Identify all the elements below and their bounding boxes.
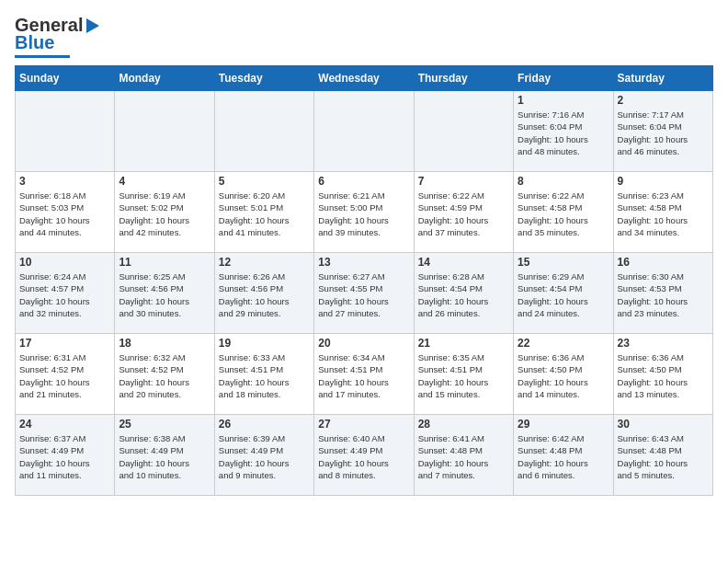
day-number: 20 [318,337,409,350]
page-header: General Blue [15,15,713,58]
day-info: Sunrise: 6:30 AM Sunset: 4:53 PM Dayligh… [618,270,709,319]
day-number: 25 [119,418,210,431]
calendar-day-cell [214,91,313,172]
day-number: 3 [19,175,110,188]
day-info: Sunrise: 6:26 AM Sunset: 4:56 PM Dayligh… [219,270,310,319]
calendar-day-cell: 7Sunrise: 6:22 AM Sunset: 4:59 PM Daylig… [414,172,513,253]
calendar-day-cell: 2Sunrise: 7:17 AM Sunset: 6:04 PM Daylig… [613,91,712,172]
calendar-day-cell: 19Sunrise: 6:33 AM Sunset: 4:51 PM Dayli… [214,334,313,415]
weekday-header-saturday: Saturday [613,66,712,91]
calendar-day-cell: 16Sunrise: 6:30 AM Sunset: 4:53 PM Dayli… [613,253,712,334]
calendar-day-cell: 28Sunrise: 6:41 AM Sunset: 4:48 PM Dayli… [414,415,513,496]
day-number: 10 [19,256,110,269]
day-info: Sunrise: 6:24 AM Sunset: 4:57 PM Dayligh… [19,270,110,319]
day-number: 18 [119,337,210,350]
calendar-day-cell: 27Sunrise: 6:40 AM Sunset: 4:49 PM Dayli… [314,415,414,496]
day-number: 30 [618,418,709,431]
calendar-day-cell: 3Sunrise: 6:18 AM Sunset: 5:03 PM Daylig… [16,172,115,253]
calendar-day-cell: 26Sunrise: 6:39 AM Sunset: 4:49 PM Dayli… [214,415,313,496]
day-info: Sunrise: 6:35 AM Sunset: 4:51 PM Dayligh… [418,351,509,400]
weekday-header-friday: Friday [514,66,613,91]
calendar-day-cell: 29Sunrise: 6:42 AM Sunset: 4:48 PM Dayli… [514,415,613,496]
day-info: Sunrise: 6:23 AM Sunset: 4:58 PM Dayligh… [618,190,709,238]
logo-arrow-icon [86,18,99,33]
day-number: 6 [318,175,409,188]
weekday-header-monday: Monday [115,66,214,91]
day-number: 22 [518,337,609,350]
day-number: 16 [618,256,709,269]
calendar-day-cell [16,91,115,172]
day-number: 26 [219,418,310,431]
calendar-week-row: 24Sunrise: 6:37 AM Sunset: 4:49 PM Dayli… [16,415,713,496]
day-number: 14 [418,256,509,269]
calendar-body: 1Sunrise: 7:16 AM Sunset: 6:04 PM Daylig… [16,91,713,496]
calendar-day-cell: 25Sunrise: 6:38 AM Sunset: 4:49 PM Dayli… [115,415,214,496]
calendar-day-cell: 15Sunrise: 6:29 AM Sunset: 4:54 PM Dayli… [514,253,613,334]
day-info: Sunrise: 6:31 AM Sunset: 4:52 PM Dayligh… [19,351,110,400]
day-info: Sunrise: 6:20 AM Sunset: 5:01 PM Dayligh… [219,190,310,238]
day-info: Sunrise: 6:25 AM Sunset: 4:56 PM Dayligh… [119,270,210,319]
logo-text-blue: Blue [15,32,54,53]
calendar-day-cell: 13Sunrise: 6:27 AM Sunset: 4:55 PM Dayli… [314,253,414,334]
day-info: Sunrise: 6:33 AM Sunset: 4:51 PM Dayligh… [219,351,310,400]
calendar-day-cell: 5Sunrise: 6:20 AM Sunset: 5:01 PM Daylig… [214,172,313,253]
day-number: 4 [119,175,210,188]
day-info: Sunrise: 6:36 AM Sunset: 4:50 PM Dayligh… [518,351,609,400]
weekday-header-sunday: Sunday [16,66,115,91]
calendar-day-cell: 1Sunrise: 7:16 AM Sunset: 6:04 PM Daylig… [514,91,613,172]
day-info: Sunrise: 7:17 AM Sunset: 6:04 PM Dayligh… [618,109,709,157]
day-info: Sunrise: 6:29 AM Sunset: 4:54 PM Dayligh… [518,270,609,319]
day-number: 5 [219,175,310,188]
calendar-day-cell: 12Sunrise: 6:26 AM Sunset: 4:56 PM Dayli… [214,253,313,334]
calendar-week-row: 10Sunrise: 6:24 AM Sunset: 4:57 PM Dayli… [16,253,713,334]
day-info: Sunrise: 6:37 AM Sunset: 4:49 PM Dayligh… [19,432,110,481]
logo-underline [15,55,70,58]
calendar-day-cell [115,91,214,172]
day-info: Sunrise: 6:34 AM Sunset: 4:51 PM Dayligh… [318,351,409,400]
day-info: Sunrise: 6:42 AM Sunset: 4:48 PM Dayligh… [518,432,609,481]
calendar-day-cell: 24Sunrise: 6:37 AM Sunset: 4:49 PM Dayli… [16,415,115,496]
day-info: Sunrise: 6:41 AM Sunset: 4:48 PM Dayligh… [418,432,509,481]
calendar-day-cell: 18Sunrise: 6:32 AM Sunset: 4:52 PM Dayli… [115,334,214,415]
day-info: Sunrise: 6:40 AM Sunset: 4:49 PM Dayligh… [318,432,409,481]
day-number: 13 [318,256,409,269]
calendar-week-row: 17Sunrise: 6:31 AM Sunset: 4:52 PM Dayli… [16,334,713,415]
day-info: Sunrise: 6:18 AM Sunset: 5:03 PM Dayligh… [19,190,110,238]
calendar-day-cell: 17Sunrise: 6:31 AM Sunset: 4:52 PM Dayli… [16,334,115,415]
day-number: 29 [518,418,609,431]
calendar-day-cell: 14Sunrise: 6:28 AM Sunset: 4:54 PM Dayli… [414,253,513,334]
weekday-header-wednesday: Wednesday [314,66,414,91]
day-number: 7 [418,175,509,188]
calendar-day-cell: 11Sunrise: 6:25 AM Sunset: 4:56 PM Dayli… [115,253,214,334]
day-number: 19 [219,337,310,350]
day-number: 1 [518,94,609,107]
day-number: 17 [19,337,110,350]
calendar-day-cell: 20Sunrise: 6:34 AM Sunset: 4:51 PM Dayli… [314,334,414,415]
calendar-header-row: SundayMondayTuesdayWednesdayThursdayFrid… [16,66,713,91]
calendar-day-cell [414,91,513,172]
day-number: 28 [418,418,509,431]
calendar-day-cell: 23Sunrise: 6:36 AM Sunset: 4:50 PM Dayli… [613,334,712,415]
calendar-day-cell: 21Sunrise: 6:35 AM Sunset: 4:51 PM Dayli… [414,334,513,415]
day-info: Sunrise: 6:27 AM Sunset: 4:55 PM Dayligh… [318,270,409,319]
day-info: Sunrise: 6:21 AM Sunset: 5:00 PM Dayligh… [318,190,409,238]
calendar-day-cell: 4Sunrise: 6:19 AM Sunset: 5:02 PM Daylig… [115,172,214,253]
calendar-week-row: 3Sunrise: 6:18 AM Sunset: 5:03 PM Daylig… [16,172,713,253]
day-info: Sunrise: 6:39 AM Sunset: 4:49 PM Dayligh… [219,432,310,481]
day-number: 15 [518,256,609,269]
day-number: 12 [219,256,310,269]
calendar-day-cell [314,91,414,172]
day-info: Sunrise: 6:28 AM Sunset: 4:54 PM Dayligh… [418,270,509,319]
calendar-day-cell: 6Sunrise: 6:21 AM Sunset: 5:00 PM Daylig… [314,172,414,253]
weekday-header-tuesday: Tuesday [214,66,313,91]
day-info: Sunrise: 6:22 AM Sunset: 4:58 PM Dayligh… [518,190,609,238]
day-info: Sunrise: 6:22 AM Sunset: 4:59 PM Dayligh… [418,190,509,238]
day-number: 2 [618,94,709,107]
day-info: Sunrise: 6:32 AM Sunset: 4:52 PM Dayligh… [119,351,210,400]
day-info: Sunrise: 6:36 AM Sunset: 4:50 PM Dayligh… [618,351,709,400]
day-info: Sunrise: 7:16 AM Sunset: 6:04 PM Dayligh… [518,109,609,157]
logo: General Blue [15,15,99,58]
day-number: 9 [618,175,709,188]
calendar-day-cell: 10Sunrise: 6:24 AM Sunset: 4:57 PM Dayli… [16,253,115,334]
day-number: 23 [618,337,709,350]
